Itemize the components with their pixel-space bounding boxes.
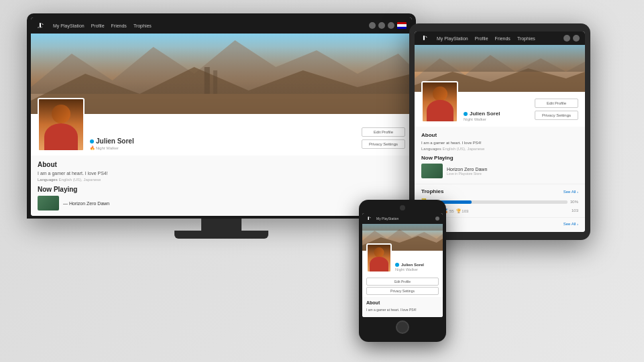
desktop-nav-items: My PlayStation Profile Friends Trophies [50, 23, 155, 28]
desktop-profile-section: Julien Sorel 🔥 Night Walker Edit Profile… [31, 114, 412, 156]
tablet-now-playing-title: Now Playing [421, 155, 578, 161]
desktop-game-row: — Horizon Zero Dawn [38, 196, 405, 210]
phone-home-button[interactable] [396, 320, 409, 334]
edit-profile-button[interactable]: Edit Profile [362, 127, 405, 137]
tablet-online-dot [464, 112, 468, 116]
desktop-status: 🔥 Night Walker [90, 145, 356, 150]
notification-icon[interactable] [378, 22, 385, 29]
svg-rect-4 [213, 70, 217, 94]
desktop-game-name: — Horizon Zero Dawn [63, 201, 109, 206]
phone-device: My PlayStation [359, 200, 446, 342]
tablet-game-name: Horizon Zero Dawn [447, 167, 487, 172]
tablet-languages: Languages English (US), Japanese [421, 147, 578, 151]
phone-content: About I am a gamer at heart. I love PS4! [362, 297, 443, 317]
monitor-stand-neck [201, 219, 241, 231]
desktop-nav-icons [369, 22, 407, 29]
tablet-game-row: Horizon Zero Dawn Love in Playstore Stor… [421, 164, 578, 178]
nav-friends[interactable]: Friends [108, 23, 130, 28]
phone-about-title: About [366, 300, 439, 305]
user-icon[interactable] [388, 22, 394, 29]
phone-edit-profile-button[interactable]: Edit Profile [366, 278, 439, 286]
phone-actions: Edit Profile Privacy Settings [362, 276, 443, 297]
nav-trophies[interactable]: Trophies [130, 23, 155, 28]
desktop-profile-actions: Edit Profile Privacy Settings [362, 127, 405, 152]
tablet-about-title: About [421, 132, 578, 138]
desktop-game-thumb [38, 196, 59, 210]
tablet-about-text: I am a gamer at heart. I love PS4! [421, 141, 578, 145]
phone-privacy-button[interactable]: Privacy Settings [366, 287, 439, 295]
tablet-friends-see-all[interactable]: See All › [564, 222, 578, 228]
desktop-languages: Languages English (US), Japanese [38, 178, 405, 182]
tablet-nav-my-playstation[interactable]: My PlayStation [433, 36, 472, 41]
tablet-profile-section: Julien Sorel Night Walker Edit Profile P… [415, 92, 585, 127]
tablet-progress-pct: 30% [570, 200, 578, 204]
tablet-avatar [421, 81, 458, 123]
svg-marker-2 [31, 67, 412, 114]
phone-camera [400, 205, 405, 210]
phone-about-text: I am a gamer at heart. I love PS4! [366, 308, 439, 312]
nav-profile[interactable]: Profile [88, 23, 108, 28]
tablet-profile-info: Julien Sorel Night Walker [464, 111, 529, 123]
desktop-about-text: I am a gamer at heart. I love PS4! [38, 171, 405, 176]
tablet-username: Julien Sorel [464, 111, 529, 117]
online-indicator [90, 139, 94, 143]
phone-screen: My PlayStation [362, 213, 443, 317]
monitor-screen: My PlayStation Profile Friends Trophies [31, 17, 412, 216]
tablet-navbar: My PlayStation Profile Friends Trophies [415, 32, 585, 45]
phone-nav-my-playstation[interactable]: My PlayStation [374, 217, 400, 221]
phone-online-dot [395, 263, 399, 267]
tablet-avatar-container [421, 81, 458, 123]
phone-status: Night Walker [395, 267, 439, 272]
desktop-cover-banner [31, 34, 412, 114]
tablet-trophies-title: Trophies [421, 188, 443, 194]
scene: My PlayStation Profile Friends Trophies [0, 0, 644, 362]
desktop-username: Julien Sorel [90, 137, 356, 145]
svg-marker-1 [31, 40, 412, 114]
phone-navbar: My PlayStation [362, 213, 443, 224]
desktop-avatar-container [38, 98, 85, 152]
tablet-game-thumb [421, 164, 443, 178]
desktop-avatar [38, 98, 85, 152]
desktop-monitor: My PlayStation Profile Friends Trophies [27, 13, 416, 239]
phone-profile-info: Julien Sorel Night Walker [395, 263, 439, 273]
phone-avatar-container [366, 243, 392, 273]
desktop-about-title: About [38, 161, 405, 168]
tablet-game-sub: Love in Playstore Store [447, 172, 487, 176]
flag-icon [397, 22, 407, 29]
tablet-notification-icon[interactable] [573, 35, 580, 42]
ps-logo-icon [36, 21, 46, 30]
search-icon[interactable] [369, 22, 376, 29]
phone-avatar [366, 243, 392, 273]
desktop-navbar: My PlayStation Profile Friends Trophies [31, 17, 412, 34]
tablet-actions: Edit Profile Privacy Settings [535, 99, 578, 123]
svg-rect-3 [205, 67, 210, 94]
phone-ps-logo [366, 215, 372, 222]
tablet-nav-profile[interactable]: Profile [472, 36, 492, 41]
tablet-ps-logo [420, 34, 429, 43]
desktop-content: About I am a gamer at heart. I love PS4!… [31, 156, 412, 216]
monitor-stand-base [174, 231, 268, 239]
desktop-now-playing-title: Now Playing [38, 186, 405, 193]
privacy-settings-button[interactable]: Privacy Settings [362, 139, 405, 149]
desktop-profile-info: Julien Sorel 🔥 Night Walker [90, 137, 356, 152]
tablet-nav-friends[interactable]: Friends [492, 36, 514, 41]
tablet-trophies-see-all[interactable]: See All › [564, 190, 578, 194]
phone-username: Julien Sorel [395, 263, 439, 267]
tablet-trophies-header: Trophies See All › [421, 188, 578, 194]
monitor-frame: My PlayStation Profile Friends Trophies [27, 13, 416, 219]
phone-profile-section: Julien Sorel Night Walker [362, 251, 443, 276]
tablet-search-icon[interactable] [564, 35, 570, 42]
nav-my-playstation[interactable]: My PlayStation [50, 23, 88, 28]
svg-rect-0 [31, 34, 412, 114]
tablet-content: About I am a gamer at heart. I love PS4!… [415, 127, 585, 184]
tablet-status: Night Walker [464, 117, 529, 121]
tablet-privacy-button[interactable]: Privacy Settings [535, 111, 578, 120]
tablet-edit-profile-button[interactable]: Edit Profile [535, 99, 578, 108]
tablet-nav-trophies[interactable]: Trophies [514, 36, 539, 41]
phone-dropdown-icon[interactable] [435, 217, 439, 221]
tablet-progress-bar [431, 200, 568, 204]
